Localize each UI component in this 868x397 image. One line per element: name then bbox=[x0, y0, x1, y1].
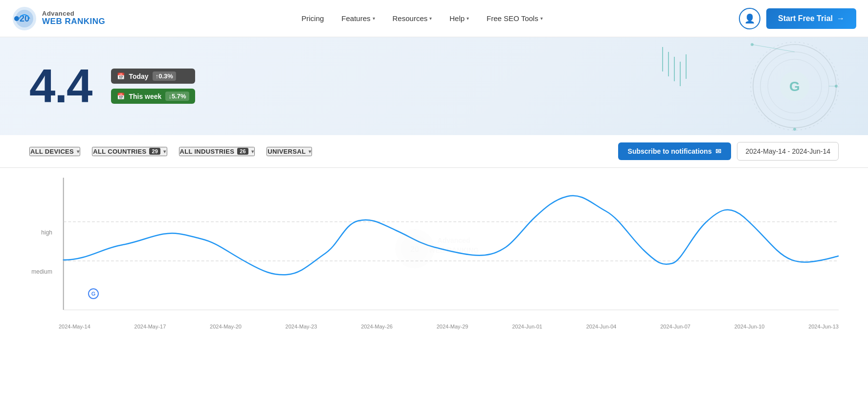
devices-chevron-icon: ▾ bbox=[77, 149, 79, 154]
x-label-7: 2024-Jun-04 bbox=[586, 324, 617, 329]
svg-point-17 bbox=[793, 128, 796, 131]
header: 20 Advanced WEB RANKING Pricing Features… bbox=[0, 0, 868, 37]
week-badge: 📅 This week ↓5.7% bbox=[111, 89, 195, 104]
resources-chevron-icon: ▾ bbox=[429, 16, 432, 21]
logo-advanced: Advanced bbox=[42, 10, 105, 17]
today-change: ↑0.3% bbox=[153, 71, 176, 81]
svg-text:G: G bbox=[789, 79, 800, 94]
user-account-button[interactable]: 👤 bbox=[739, 8, 760, 29]
nav-pricing[interactable]: Pricing bbox=[293, 10, 332, 26]
help-chevron-icon: ▾ bbox=[467, 16, 469, 21]
countries-chevron-icon: ▾ bbox=[163, 149, 166, 154]
logo-icon: 20 bbox=[12, 6, 37, 31]
x-label-3: 2024-May-23 bbox=[286, 324, 317, 329]
chart-svg-area: 20 Advanced WEB RANKING G bbox=[59, 178, 839, 322]
x-label-1: 2024-May-17 bbox=[134, 324, 166, 329]
svg-point-3 bbox=[14, 16, 19, 21]
main-chart-svg bbox=[59, 178, 839, 320]
filters-bar: ALL DEVICES ▾ ALL COUNTRIES 29 ▾ ALL IND… bbox=[0, 135, 868, 168]
header-right: 👤 Start Free Trial → bbox=[739, 8, 856, 29]
logo-web-ranking: WEB RANKING bbox=[42, 17, 105, 26]
industries-filter[interactable]: ALL INDUSTRIES 26 ▾ bbox=[179, 147, 255, 156]
universal-chevron-icon: ▾ bbox=[309, 149, 311, 154]
date-range-button[interactable]: 2024-May-14 - 2024-Jun-14 bbox=[737, 142, 839, 161]
filters-right: Subscribe to notifications ✉ 2024-May-14… bbox=[618, 142, 839, 161]
nav-seo-tools[interactable]: Free SEO Tools ▾ bbox=[479, 10, 551, 26]
devices-filter[interactable]: ALL DEVICES ▾ bbox=[29, 147, 80, 156]
x-label-2: 2024-May-20 bbox=[210, 324, 242, 329]
x-label-10: 2024-Jun-13 bbox=[808, 324, 839, 329]
logo[interactable]: 20 Advanced WEB RANKING bbox=[12, 6, 105, 31]
hero-decoration-svg: G bbox=[623, 37, 868, 135]
y-label-medium: medium bbox=[31, 268, 52, 275]
start-trial-button[interactable]: Start Free Trial → bbox=[766, 8, 856, 29]
x-label-4: 2024-May-26 bbox=[361, 324, 393, 329]
x-axis-labels: 2024-May-14 2024-May-17 2024-May-20 2024… bbox=[59, 324, 839, 329]
countries-count-badge: 29 bbox=[149, 148, 160, 155]
universal-filter[interactable]: UNIVERSAL ▾ bbox=[267, 147, 312, 156]
google-g-icon: G bbox=[91, 291, 96, 297]
x-label-9: 2024-Jun-10 bbox=[734, 324, 765, 329]
features-chevron-icon: ▾ bbox=[373, 16, 375, 21]
filters-left: ALL DEVICES ▾ ALL COUNTRIES 29 ▾ ALL IND… bbox=[29, 147, 312, 156]
stats-badges: 📅 Today ↑0.3% 📅 This week ↓5.7% bbox=[111, 69, 195, 104]
user-icon: 👤 bbox=[744, 13, 755, 24]
week-change: ↓5.7% bbox=[165, 92, 189, 101]
main-nav: Pricing Features ▾ Resources ▾ Help ▾ Fr… bbox=[105, 10, 739, 26]
hero-decoration: G bbox=[623, 37, 868, 135]
x-label-8: 2024-Jun-07 bbox=[660, 324, 690, 329]
logo-text: Advanced WEB RANKING bbox=[42, 10, 105, 26]
hero-left: 4.4 📅 Today ↑0.3% 📅 This week ↓5.7% bbox=[29, 63, 195, 110]
hero-section: 4.4 📅 Today ↑0.3% 📅 This week ↓5.7% bbox=[0, 37, 868, 135]
seo-tools-chevron-icon: ▾ bbox=[540, 16, 543, 21]
chart-container: high medium 20 Advanced WEB RANKING bbox=[29, 178, 839, 339]
industries-chevron-icon: ▾ bbox=[251, 149, 254, 154]
today-badge: 📅 Today ↑0.3% bbox=[111, 69, 195, 84]
mail-icon: ✉ bbox=[715, 147, 721, 155]
nav-features[interactable]: Features ▾ bbox=[334, 10, 382, 26]
calendar-icon: 📅 bbox=[117, 72, 125, 80]
x-label-6: 2024-Jun-01 bbox=[512, 324, 542, 329]
industries-count-badge: 26 bbox=[237, 148, 248, 155]
y-label-high: high bbox=[41, 229, 52, 236]
nav-help[interactable]: Help ▾ bbox=[442, 10, 477, 26]
nav-resources[interactable]: Resources ▾ bbox=[385, 10, 440, 26]
subscribe-notifications-button[interactable]: Subscribe to notifications ✉ bbox=[618, 142, 732, 160]
x-label-0: 2024-May-14 bbox=[59, 324, 90, 329]
chart-area: high medium 20 Advanced WEB RANKING bbox=[0, 168, 868, 354]
x-label-5: 2024-May-29 bbox=[437, 324, 468, 329]
calendar-week-icon: 📅 bbox=[117, 93, 125, 100]
countries-filter[interactable]: ALL COUNTRIES 29 ▾ bbox=[92, 147, 167, 156]
google-pin: G bbox=[88, 288, 99, 299]
big-score-number: 4.4 bbox=[29, 63, 91, 110]
